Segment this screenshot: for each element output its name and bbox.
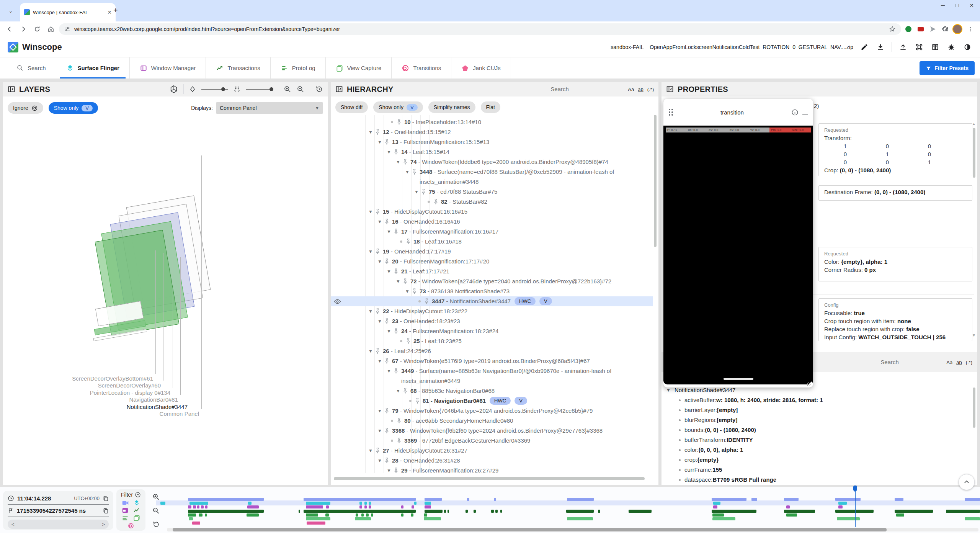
expand-arrow-icon[interactable]: ▼ [405, 286, 412, 296]
trace-segment[interactable] [306, 502, 330, 505]
trace-segment[interactable] [491, 510, 493, 513]
transactions-trace-icon[interactable] [133, 508, 140, 513]
tab-transitions[interactable]: Transitions [392, 57, 451, 78]
pin-icon[interactable] [384, 426, 392, 433]
hierarchy-node-22[interactable]: ▼22 - HideDisplayCutout:18:23#22 [331, 306, 653, 316]
pin-icon[interactable] [375, 247, 383, 254]
timeline-canvas[interactable] [167, 487, 980, 533]
prop-activebuffer[interactable]: activeBuffer: w: 1080, h: 2400, stride: … [666, 395, 971, 405]
chip-simplify-names[interactable]: Simplify names [428, 101, 475, 113]
trace-segment[interactable] [188, 513, 196, 517]
trace-segment[interactable] [401, 505, 403, 508]
pin-icon[interactable] [397, 117, 404, 125]
expand-arrow-icon[interactable]: ▼ [377, 406, 384, 416]
browser-tab[interactable]: Winscope | sandbox-FAI ✕ [20, 3, 116, 21]
hierarchy-node-18[interactable]: 18 - Leaf:16:16#18 [331, 237, 653, 247]
forward-icon[interactable] [18, 23, 29, 35]
browser-menu-icon[interactable] [965, 23, 976, 35]
trace-segment[interactable] [712, 517, 735, 520]
pin-icon[interactable] [375, 306, 383, 314]
trace-segment[interactable] [364, 505, 367, 508]
trace-segment[interactable] [189, 502, 208, 505]
pin-icon[interactable] [384, 137, 392, 145]
collapse-panel-icon[interactable] [8, 85, 15, 93]
trace-segment[interactable] [192, 522, 200, 525]
search-option-ab[interactable]: ab [638, 87, 643, 92]
trace-segment[interactable] [205, 505, 207, 508]
layer-label-common-panel[interactable]: Common Panel [3, 410, 199, 417]
pin-icon[interactable] [433, 197, 441, 204]
trace-segment[interactable] [247, 513, 259, 517]
pin-icon[interactable] [406, 237, 413, 244]
trace-segment[interactable] [965, 517, 980, 520]
expand-arrow-icon[interactable]: ▼ [368, 207, 375, 217]
prop-blurregions[interactable]: blurRegions: [empty] [666, 415, 971, 425]
expand-arrow-icon[interactable]: ▼ [387, 147, 394, 157]
resize-handle-icon[interactable] [807, 381, 812, 386]
pin-icon[interactable] [403, 386, 410, 394]
trace-segment[interactable] [494, 498, 496, 501]
expand-arrow-icon[interactable]: ▼ [368, 306, 375, 316]
tab-search[interactable]: Search [6, 57, 56, 78]
pin-icon[interactable] [397, 436, 404, 443]
displays-select[interactable]: Common Panel ▼ [216, 102, 323, 114]
chip-flat[interactable]: Flat [481, 101, 500, 113]
trace-segment[interactable] [425, 498, 442, 501]
trace-segment[interactable] [786, 505, 789, 508]
trace-segment[interactable] [712, 498, 746, 501]
prop-dataspace[interactable]: dataspace: BT709 sRGB Full range [666, 475, 971, 483]
view-capture-trace-icon[interactable] [133, 515, 140, 521]
trace-segment[interactable] [188, 498, 264, 501]
trace-segment[interactable] [361, 513, 364, 517]
expand-arrow-icon[interactable]: ▼ [414, 187, 421, 197]
zoom-in-icon[interactable] [284, 85, 291, 93]
trace-segment[interactable] [325, 513, 328, 517]
trace-segment[interactable] [306, 513, 318, 517]
expand-arrow-icon[interactable]: ▼ [396, 386, 403, 396]
hierarchy-node-73[interactable]: ▼73 - 8736138 NotificationShade#73 [331, 286, 653, 296]
expand-arrow-icon[interactable]: ▼ [368, 127, 375, 137]
trace-segment[interactable] [356, 513, 358, 517]
trace-segment[interactable] [193, 505, 196, 508]
trace-segment[interactable] [751, 498, 757, 501]
trace-segment[interactable] [160, 502, 165, 505]
pin-icon[interactable] [403, 157, 410, 165]
collapse-panel-icon[interactable] [335, 85, 343, 93]
hierarchy-node-3368[interactable]: ▼3368 - WindowToken{f6b2f60 type=2024 an… [331, 426, 653, 436]
hierarchy-node-80[interactable]: 80 - ace6abb SecondaryHomeHandle0#80 [331, 416, 653, 426]
trace-segment[interactable] [247, 505, 259, 508]
pin-icon[interactable] [394, 326, 401, 334]
trace-segment[interactable] [307, 522, 325, 525]
trace-segment[interactable] [326, 505, 328, 508]
expand-arrow-icon[interactable]: ▼ [387, 466, 394, 473]
trace-segment[interactable] [299, 510, 300, 513]
surface-flinger-trace-icon[interactable] [133, 500, 140, 505]
expand-arrow-icon[interactable]: ▼ [396, 276, 403, 286]
timeline-cursor[interactable] [855, 489, 856, 527]
profile-avatar[interactable] [952, 24, 962, 34]
new-tab-button[interactable]: + [113, 6, 118, 15]
pin-icon[interactable] [384, 456, 392, 463]
pin-icon[interactable] [406, 336, 413, 344]
layer-label-pointerlocation-display-0-134[interactable]: PointerLocation - display 0#134 [3, 389, 170, 396]
pin-icon[interactable] [412, 167, 420, 175]
hierarchy-node-3447[interactable]: 3447 - NotificationShade#3447HWCV [331, 296, 653, 306]
trace-segment[interactable] [369, 505, 371, 508]
expand-arrow-icon[interactable]: ▼ [387, 266, 394, 276]
hierarchy-node-28[interactable]: ▼28 - OneHanded:26:31#28 [331, 456, 653, 466]
url-bar[interactable]: winscope.teams.x20web.corp.google.com/pr… [59, 23, 901, 35]
prop-crop[interactable]: crop: {empty} [666, 455, 971, 465]
properties-tree-scrollbar[interactable] [973, 387, 975, 428]
pin-icon[interactable] [384, 257, 392, 264]
search-option-ab[interactable]: ab [956, 360, 962, 365]
window-controls[interactable]: ─ □ ✕ [941, 2, 974, 8]
filter-presets-button[interactable]: Filter Presets [920, 61, 975, 75]
trace-segment[interactable] [466, 510, 468, 513]
url-text[interactable]: winscope.teams.x20web.corp.google.com/pr… [74, 26, 885, 32]
hierarchy-node-68[interactable]: ▼68 - 885b63e NavigationBar0#68 [331, 386, 653, 396]
tab-transactions[interactable]: Transactions [206, 57, 270, 78]
transition-overlay-window[interactable]: transition P: 0 / 1dX: 0.0dY: 0.0Xv: 0.0… [663, 99, 813, 387]
pin-icon[interactable] [394, 227, 401, 234]
properties-vertical-scrollbar[interactable] [973, 128, 975, 178]
expand-arrow-icon[interactable]: ▼ [377, 316, 384, 326]
